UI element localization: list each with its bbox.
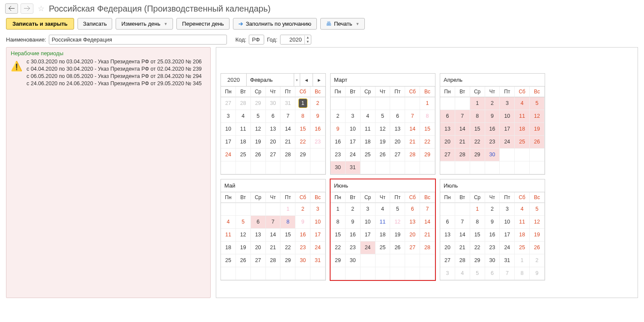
day-cell[interactable]: 28 (420, 242, 435, 254)
day-cell[interactable]: 19 (251, 136, 266, 149)
day-cell[interactable]: 27 (266, 149, 281, 161)
day-cell[interactable]: 26 (390, 242, 405, 254)
name-input[interactable] (49, 35, 227, 45)
day-cell[interactable]: 19 (530, 229, 545, 242)
day-cell[interactable]: 24 (346, 149, 361, 161)
day-cell[interactable]: 9 (310, 110, 325, 123)
day-cell[interactable]: 17 (361, 229, 376, 242)
day-cell[interactable]: 6 (440, 110, 455, 123)
day-cell[interactable]: 29 (280, 254, 295, 267)
day-cell[interactable]: 29 (251, 97, 266, 110)
day-cell[interactable]: 9 (485, 110, 500, 123)
day-cell[interactable]: 11 (515, 110, 530, 123)
day-cell[interactable]: 4 (236, 110, 251, 123)
day-cell[interactable]: 7 (266, 216, 281, 229)
day-cell[interactable]: 27 (251, 254, 266, 267)
month-next-button[interactable]: ► (313, 74, 325, 86)
day-cell[interactable]: 28 (266, 254, 281, 267)
day-cell[interactable]: 7 (280, 110, 295, 123)
day-cell[interactable]: 6 (485, 267, 500, 280)
day-cell[interactable]: 17 (221, 136, 236, 149)
month-prev-button[interactable]: ◄ (300, 74, 313, 86)
day-cell[interactable]: 19 (236, 242, 251, 254)
day-cell[interactable]: 14 (455, 123, 470, 136)
day-cell[interactable]: 21 (280, 136, 295, 149)
day-cell[interactable]: 28 (455, 254, 470, 267)
day-cell[interactable]: 4 (221, 216, 236, 229)
day-cell[interactable]: 17 (310, 229, 325, 242)
day-cell[interactable]: 19 (390, 229, 405, 242)
day-cell[interactable]: 2 (310, 97, 325, 110)
day-cell[interactable]: 8 (420, 110, 435, 123)
day-cell[interactable]: 23 (346, 242, 361, 254)
day-cell[interactable]: 23 (295, 242, 310, 254)
day-cell[interactable]: 31 (310, 254, 325, 267)
day-cell[interactable]: 24 (500, 136, 515, 149)
day-cell[interactable]: 5 (390, 203, 405, 216)
month-dropdown-icon[interactable]: ▾ (294, 74, 300, 86)
day-cell[interactable]: 1 (470, 203, 485, 216)
day-cell[interactable]: 29 (295, 149, 310, 161)
day-cell[interactable]: 26 (530, 242, 545, 254)
day-cell[interactable]: 23 (485, 136, 500, 149)
day-cell[interactable]: 26 (251, 149, 266, 161)
day-cell[interactable]: 1 (280, 203, 295, 216)
day-cell[interactable]: 16 (485, 123, 500, 136)
day-cell[interactable]: 11 (221, 229, 236, 242)
nav-back-button[interactable]: 🡠 (5, 3, 18, 14)
day-cell[interactable]: 10 (221, 123, 236, 136)
day-cell[interactable]: 27 (390, 149, 405, 161)
day-cell[interactable]: 6 (405, 203, 420, 216)
day-cell[interactable]: 16 (485, 229, 500, 242)
day-cell[interactable]: 30 (485, 149, 500, 161)
day-cell[interactable]: 18 (236, 136, 251, 149)
day-cell[interactable]: 22 (420, 136, 435, 149)
day-cell[interactable]: 5 (470, 267, 485, 280)
day-cell[interactable]: 16 (346, 229, 361, 242)
day-cell[interactable]: 29 (470, 149, 485, 161)
day-cell[interactable]: 10 (310, 216, 325, 229)
day-cell[interactable]: 3 (221, 110, 236, 123)
day-cell[interactable]: 15 (470, 229, 485, 242)
day-cell[interactable]: 2 (346, 203, 361, 216)
day-cell[interactable]: 10 (346, 123, 361, 136)
day-cell[interactable]: 12 (530, 216, 545, 229)
day-cell[interactable]: 18 (221, 242, 236, 254)
day-cell[interactable]: 30 (266, 97, 281, 110)
day-cell[interactable]: 6 (390, 110, 405, 123)
day-cell[interactable]: 31 (500, 254, 515, 267)
day-cell[interactable]: 12 (530, 110, 545, 123)
day-cell[interactable]: 15 (331, 229, 346, 242)
day-cell[interactable]: 26 (236, 254, 251, 267)
code-input[interactable] (249, 35, 264, 45)
day-cell[interactable]: 24 (500, 242, 515, 254)
day-cell[interactable]: 9 (485, 216, 500, 229)
day-cell[interactable]: 28 (236, 97, 251, 110)
day-cell[interactable]: 27 (440, 254, 455, 267)
print-button[interactable]: 🖶Печать▼ (320, 18, 365, 30)
move-day-button[interactable]: Перенести день (176, 18, 230, 30)
day-cell[interactable]: 10 (361, 216, 376, 229)
day-cell[interactable]: 18 (376, 229, 391, 242)
fill-default-button[interactable]: ➔Заполнить по умолчанию (233, 18, 317, 30)
day-cell[interactable]: 28 (405, 149, 420, 161)
nav-forward-button[interactable]: 🡢 (21, 3, 33, 14)
day-cell[interactable]: 25 (376, 242, 391, 254)
day-cell[interactable]: 3 (440, 267, 455, 280)
day-cell[interactable]: 27 (405, 242, 420, 254)
day-cell[interactable]: 13 (440, 229, 455, 242)
day-cell[interactable]: 17 (346, 136, 361, 149)
day-cell[interactable]: 12 (236, 229, 251, 242)
day-cell[interactable]: 31 (280, 97, 295, 110)
day-cell[interactable]: 13 (251, 229, 266, 242)
day-cell[interactable]: 2 (295, 203, 310, 216)
day-cell[interactable]: 25 (515, 242, 530, 254)
day-cell[interactable]: 8 (470, 110, 485, 123)
day-cell[interactable]: 5 (376, 110, 391, 123)
day-cell[interactable]: 1 (331, 203, 346, 216)
day-cell[interactable]: 8 (470, 216, 485, 229)
day-cell[interactable]: 22 (470, 242, 485, 254)
day-cell[interactable]: 4 (515, 203, 530, 216)
day-cell[interactable]: 28 (280, 149, 295, 161)
day-cell[interactable]: 21 (455, 242, 470, 254)
